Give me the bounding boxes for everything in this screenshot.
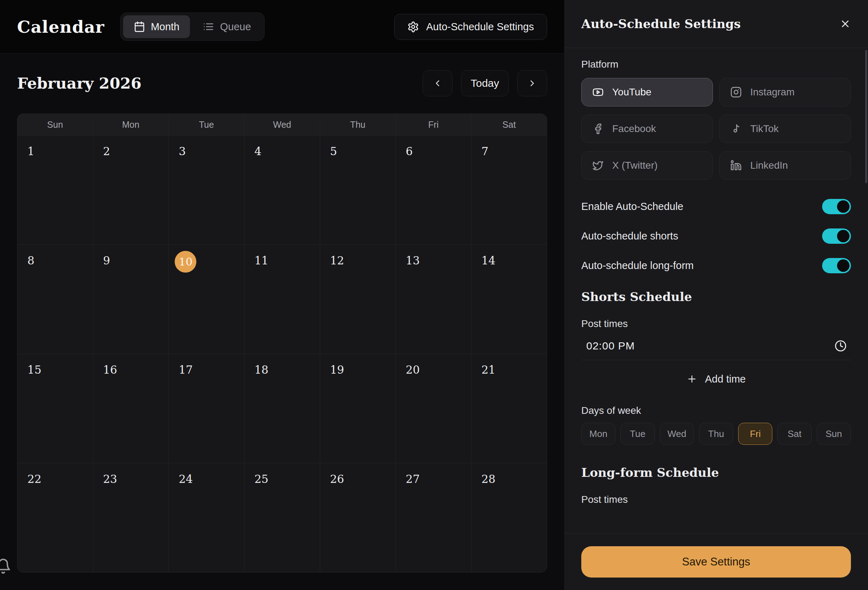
day-number: 18 (254, 363, 268, 376)
day-number: 8 (27, 254, 34, 267)
view-tab-label: Month (151, 21, 180, 33)
weekday-header-wed: Wed (244, 114, 320, 135)
shorts-post-times-label: Post times (581, 318, 851, 330)
shorts-schedule-heading: Shorts Schedule (581, 290, 851, 304)
day-chip-tue[interactable]: Tue (620, 423, 655, 445)
day-number: 1 (27, 145, 34, 158)
day-chip-sun[interactable]: Sun (817, 423, 851, 445)
day-number: 26 (330, 473, 344, 485)
day-chip-mon[interactable]: Mon (581, 423, 616, 445)
day-chip-wed[interactable]: Wed (660, 423, 694, 445)
day-cell-7[interactable]: 7 (471, 136, 547, 244)
chevron-left-icon (433, 78, 443, 88)
list-icon (203, 21, 214, 33)
view-tab-queue[interactable]: Queue (192, 15, 261, 38)
day-cell-23[interactable]: 23 (93, 463, 168, 572)
auto-schedule-settings-button[interactable]: Auto-Schedule Settings (394, 14, 547, 40)
platform-label: X (Twitter) (612, 160, 658, 171)
settings-btn-label: Auto-Schedule Settings (426, 21, 534, 33)
previous-month-button[interactable] (423, 70, 453, 96)
post-time-value: 02:00 PM (586, 340, 635, 352)
day-number: 13 (406, 254, 420, 267)
day-number: 20 (406, 363, 420, 376)
toggle-label: Auto-schedule shorts (581, 230, 678, 242)
weekday-header-fri: Fri (396, 114, 471, 135)
day-number: 28 (481, 473, 495, 485)
close-icon (840, 18, 851, 30)
calendar-area: February 2026 Today SunMonTueWedThuFriSa… (0, 69, 564, 572)
day-cell-11[interactable]: 11 (244, 245, 320, 354)
weekday-header-sat: Sat (471, 114, 547, 135)
save-settings-button[interactable]: Save Settings (581, 546, 851, 578)
gear-icon (407, 21, 419, 33)
view-tab-month[interactable]: Month (123, 15, 190, 38)
add-time-label: Add time (705, 373, 745, 385)
day-cell-17[interactable]: 17 (168, 354, 244, 463)
calendar-icon (134, 21, 145, 33)
platform-button-linkedin[interactable]: LinkedIn (719, 151, 851, 180)
day-cell-8[interactable]: 8 (18, 245, 93, 354)
day-cell-15[interactable]: 15 (18, 354, 93, 463)
day-chip-thu[interactable]: Thu (699, 423, 733, 445)
toggle-switch[interactable] (822, 199, 851, 214)
day-cell-12[interactable]: 12 (320, 245, 396, 354)
day-cell-13[interactable]: 13 (396, 245, 471, 354)
day-cell-24[interactable]: 24 (168, 463, 244, 572)
shorts-time-list: 02:00 PM (581, 332, 851, 360)
day-cell-2[interactable]: 2 (93, 136, 168, 244)
platform-button-tiktok[interactable]: TikTok (719, 115, 851, 143)
day-cell-10[interactable]: 10 (168, 245, 244, 354)
platform-button-facebook[interactable]: Facebook (581, 115, 713, 143)
toggle-row-2: Auto-schedule long-form (581, 258, 851, 273)
day-cell-4[interactable]: 4 (244, 136, 320, 244)
platform-label: TikTok (750, 123, 779, 135)
toggle-knob (837, 259, 849, 272)
day-cell-14[interactable]: 14 (471, 245, 547, 354)
toggle-label: Enable Auto-Schedule (581, 201, 683, 213)
day-cell-26[interactable]: 26 (320, 463, 396, 572)
day-cell-6[interactable]: 6 (396, 136, 471, 244)
day-cell-3[interactable]: 3 (168, 136, 244, 244)
linkedin-icon (730, 160, 742, 171)
day-cell-28[interactable]: 28 (471, 463, 547, 572)
calendar-grid: SunMonTueWedThuFriSat1234567891011121314… (17, 114, 547, 572)
platform-button-twitter[interactable]: X (Twitter) (581, 151, 713, 180)
day-cell-5[interactable]: 5 (320, 136, 396, 244)
clock-icon[interactable] (834, 340, 847, 352)
add-time-button[interactable]: Add time (686, 371, 745, 387)
close-panel-button[interactable] (840, 18, 851, 30)
month-header: February 2026 Today (17, 69, 547, 97)
today-button[interactable]: Today (461, 70, 509, 96)
toggle-switch[interactable] (822, 228, 851, 244)
day-number: 16 (103, 363, 117, 376)
platform-label: Facebook (612, 123, 656, 135)
day-cell-9[interactable]: 9 (93, 245, 168, 354)
day-cell-18[interactable]: 18 (244, 354, 320, 463)
day-number: 7 (481, 145, 489, 158)
day-number: 19 (330, 363, 344, 376)
notification-bell[interactable] (0, 558, 11, 576)
platform-button-instagram[interactable]: Instagram (719, 78, 851, 106)
panel-scrollbar-thumb[interactable] (865, 50, 867, 183)
day-cell-16[interactable]: 16 (93, 354, 168, 463)
post-time-row[interactable]: 02:00 PM (581, 332, 851, 360)
panel-header: Auto-Schedule Settings (564, 0, 868, 48)
view-tab-label: Queue (220, 21, 251, 33)
day-cell-27[interactable]: 27 (396, 463, 471, 572)
auto-schedule-settings-panel: Auto-Schedule Settings Platform YouTubeI… (564, 0, 868, 590)
toggle-row-1: Auto-schedule shorts (581, 228, 851, 244)
day-cell-21[interactable]: 21 (471, 354, 547, 463)
day-chip-fri[interactable]: Fri (738, 423, 772, 445)
calendar-main: Calendar MonthQueue Auto-Schedule Settin… (0, 0, 564, 590)
day-cell-20[interactable]: 20 (396, 354, 471, 463)
day-cell-1[interactable]: 1 (18, 136, 93, 244)
toggle-switch[interactable] (822, 258, 851, 273)
bell-icon (0, 558, 11, 574)
platform-button-youtube[interactable]: YouTube (581, 78, 713, 106)
day-cell-25[interactable]: 25 (244, 463, 320, 572)
day-cell-19[interactable]: 19 (320, 354, 396, 463)
next-month-button[interactable] (517, 70, 547, 96)
day-cell-22[interactable]: 22 (18, 463, 93, 572)
day-number: 2 (103, 145, 110, 158)
day-chip-sat[interactable]: Sat (777, 423, 812, 445)
